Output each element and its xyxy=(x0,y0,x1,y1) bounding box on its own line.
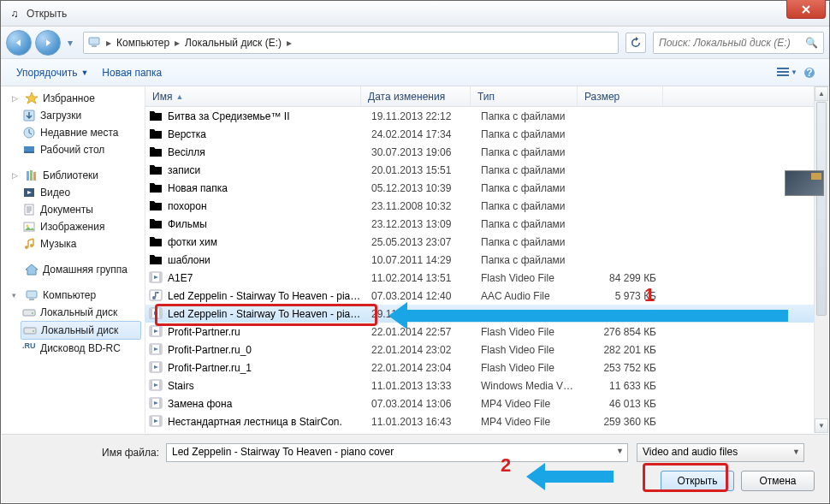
sidebar-item-downloads[interactable]: Загрузки xyxy=(10,107,145,124)
file-row[interactable]: Новая папка05.12.2013 10:39Папка с файла… xyxy=(145,179,828,197)
file-size: 253 752 КБ xyxy=(581,362,667,374)
file-type-filter[interactable]: Video and audio files ▼ xyxy=(637,443,804,462)
refresh-button[interactable] xyxy=(625,33,646,53)
breadcrumb-computer[interactable]: Компьютер xyxy=(113,37,173,49)
folder-icon xyxy=(149,181,164,196)
close-button[interactable] xyxy=(786,0,826,19)
file-row[interactable]: Profit-Partner.ru22.01.2014 22:57Flash V… xyxy=(145,323,828,341)
sidebar-item-documents[interactable]: Документы xyxy=(10,201,145,218)
filename-value: Led Zeppelin - Stairway To Heaven - pian… xyxy=(172,446,394,458)
file-size: 84 299 КБ xyxy=(581,272,667,284)
sidebar-computer[interactable]: ▾Компьютер xyxy=(10,287,145,304)
file-row[interactable]: Нестандартная лестница в StairCon.11.01.… xyxy=(145,412,828,430)
file-date: 25.05.2013 23:07 xyxy=(365,236,474,248)
open-button[interactable]: Открыть xyxy=(661,471,734,491)
chevron-down-icon: ▼ xyxy=(791,68,797,76)
col-date[interactable]: Дата изменения xyxy=(361,86,471,106)
view-button[interactable]: ▼ xyxy=(776,63,798,82)
help-button[interactable]: ? xyxy=(798,63,821,82)
file-date: 22.01.2014 23:04 xyxy=(365,362,474,374)
file-row[interactable]: Фильмы23.12.2013 13:09Папка с файлами xyxy=(145,215,828,233)
file-date: 11.01.2013 16:43 xyxy=(365,416,474,428)
filename-combobox[interactable]: Led Zeppelin - Stairway To Heaven - pian… xyxy=(166,443,628,462)
file-date: 24.02.2014 17:34 xyxy=(365,128,474,140)
file-row[interactable]: похорон23.11.2008 10:32Папка с файлами xyxy=(145,197,828,215)
file-type: Flash Video File xyxy=(474,326,581,338)
computer-icon xyxy=(87,35,103,50)
breadcrumb-drive[interactable]: Локальный диск (E:) xyxy=(181,37,285,49)
file-name: похорон xyxy=(168,200,365,212)
folder-icon xyxy=(149,234,164,250)
file-row[interactable]: Led Zeppelin - Stairway To Heaven - pian… xyxy=(145,287,828,305)
file-row[interactable]: Верстка24.02.2014 17:34Папка с файлами xyxy=(145,125,828,143)
breadcrumb-chevron-icon[interactable]: ▸ xyxy=(104,37,113,49)
video-icon xyxy=(149,378,164,394)
sidebar-item-drive-1[interactable]: Локальный диск xyxy=(21,321,141,340)
file-row[interactable]: Profit-Partner.ru_022.01.2014 23:02Flash… xyxy=(145,341,828,359)
file-panel: Имя▲ Дата изменения Тип Размер Битва за … xyxy=(145,86,828,433)
sidebar-libraries[interactable]: ▷Библиотеки xyxy=(10,167,145,184)
file-row[interactable]: Замена фона07.03.2014 13:06MP4 Video Fil… xyxy=(145,394,828,412)
file-name: Новая папка xyxy=(168,182,365,194)
sidebar-item-music[interactable]: Музыка xyxy=(10,235,145,252)
video-icon xyxy=(149,306,164,322)
sidebar-item-video[interactable]: Видео xyxy=(10,184,145,201)
sidebar-item-bdrom[interactable]: .RUДисковод BD-RC xyxy=(10,340,145,357)
file-size: 11 633 КБ xyxy=(581,380,667,392)
file-row[interactable]: Led Zeppelin - Stairway To Heaven - pian… xyxy=(145,305,828,323)
col-name[interactable]: Имя▲ xyxy=(145,86,361,106)
file-row[interactable]: A1E711.02.2014 13:51Flash Video File84 2… xyxy=(145,269,828,287)
sidebar-item-desktop[interactable]: Рабочий стол xyxy=(10,141,145,158)
video-icon xyxy=(149,360,164,376)
folder-icon xyxy=(149,216,164,232)
sidebar-homegroup[interactable]: Домашняя группа xyxy=(10,261,145,278)
file-row[interactable]: фотки хим25.05.2013 23:07Папка с файлами xyxy=(145,233,828,251)
new-folder-button[interactable]: Новая папка xyxy=(95,63,169,82)
file-row[interactable]: Весілля30.07.2013 19:06Папка с файлами xyxy=(145,143,828,161)
file-type: Windows Media V… xyxy=(474,380,581,392)
file-row[interactable]: Stairs11.01.2013 13:33Windows Media V…11… xyxy=(145,377,828,394)
file-type: Flash Video File xyxy=(474,272,581,284)
search-box[interactable]: 🔍 xyxy=(653,32,824,54)
scroll-down-button[interactable]: ▼ xyxy=(815,418,828,433)
file-type: Папка с файлами xyxy=(474,182,581,194)
file-date: 20.01.2013 15:51 xyxy=(365,164,474,176)
col-size[interactable]: Размер xyxy=(578,86,663,106)
file-size: 46 013 КБ xyxy=(581,398,667,410)
search-input[interactable] xyxy=(659,37,805,49)
file-type: Flash Video File xyxy=(474,362,581,374)
sidebar-item-recent[interactable]: Недавние места xyxy=(10,124,145,141)
file-name: Led Zeppelin - Stairway To Heaven - pian… xyxy=(168,308,365,320)
body: ▷Избранное Загрузки Недавние места Рабоч… xyxy=(2,86,828,433)
address-bar[interactable]: ▸ Компьютер ▸ Локальный диск (E:) ▸ xyxy=(83,32,619,54)
sort-asc-icon: ▲ xyxy=(175,92,183,101)
back-button[interactable] xyxy=(6,30,32,56)
filter-label: Video and audio files xyxy=(643,446,738,458)
file-row[interactable]: записи20.01.2013 15:51Папка с файлами xyxy=(145,161,828,179)
file-type: Папка с файлами xyxy=(474,254,581,266)
file-row[interactable]: Profit-Partner.ru_122.01.2014 23:04Flash… xyxy=(145,359,828,377)
file-date: 05.12.2013 10:39 xyxy=(365,182,474,194)
file-date: 22.01.2014 23:02 xyxy=(365,344,474,356)
sidebar-favorites[interactable]: ▷Избранное xyxy=(10,90,145,107)
breadcrumb-chevron-icon[interactable]: ▸ xyxy=(285,37,293,49)
col-type[interactable]: Тип xyxy=(471,86,578,106)
file-row[interactable]: Битва за Средиземье™ II19.11.2013 22:12П… xyxy=(145,107,828,125)
scroll-up-button[interactable]: ▲ xyxy=(815,86,828,101)
sidebar-item-drive-0[interactable]: Локальный диск xyxy=(10,304,145,321)
file-row[interactable]: шаблони10.07.2011 14:29Папка с файлами xyxy=(145,251,828,269)
svg-text:?: ? xyxy=(806,67,812,79)
file-name: A1E7 xyxy=(168,272,365,284)
scroll-thumb[interactable] xyxy=(816,102,827,316)
video-icon xyxy=(149,396,164,412)
file-name: записи xyxy=(168,164,365,176)
nav-history-dropdown[interactable]: ▾ xyxy=(64,30,76,56)
forward-button[interactable] xyxy=(35,30,61,56)
organize-button[interactable]: Упорядочить▼ xyxy=(9,63,95,82)
svg-rect-27 xyxy=(777,71,789,73)
cancel-button[interactable]: Отмена xyxy=(741,471,815,491)
breadcrumb-chevron-icon[interactable]: ▸ xyxy=(173,37,181,49)
sidebar-item-pictures[interactable]: Изображения xyxy=(10,218,145,235)
file-date: 19.11.2013 22:12 xyxy=(365,110,474,122)
vertical-scrollbar[interactable]: ▲ ▼ xyxy=(814,86,828,433)
